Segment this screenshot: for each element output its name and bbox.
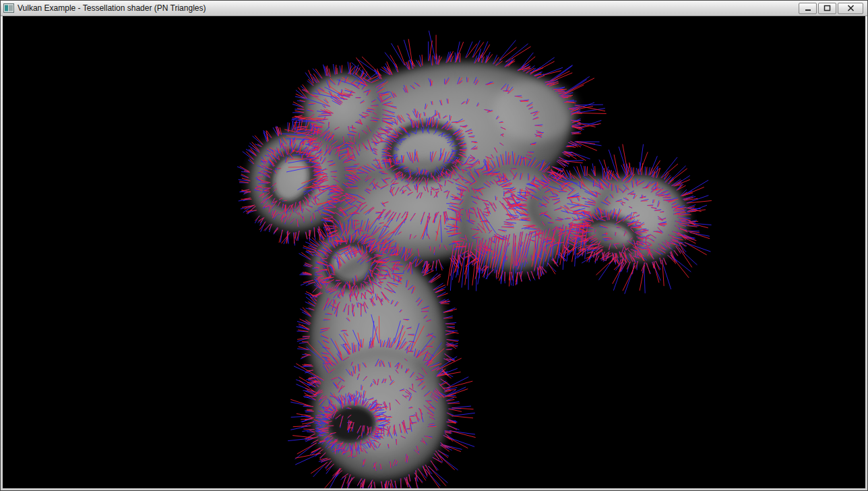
maximize-icon (824, 5, 831, 11)
render-canvas[interactable] (3, 16, 865, 488)
titlebar[interactable]: Vulkan Example - Tessellation shader (PN… (1, 1, 867, 16)
maximize-button[interactable] (818, 3, 836, 14)
close-icon (847, 5, 855, 11)
app-icon (3, 3, 14, 13)
window-title: Vulkan Example - Tessellation shader (PN… (18, 1, 206, 16)
minimize-button[interactable] (799, 3, 817, 14)
app-window: Vulkan Example - Tessellation shader (PN… (0, 0, 868, 491)
window-controls (799, 3, 865, 14)
viewport[interactable] (3, 16, 865, 488)
minimize-icon (805, 5, 811, 11)
close-button[interactable] (838, 3, 863, 14)
